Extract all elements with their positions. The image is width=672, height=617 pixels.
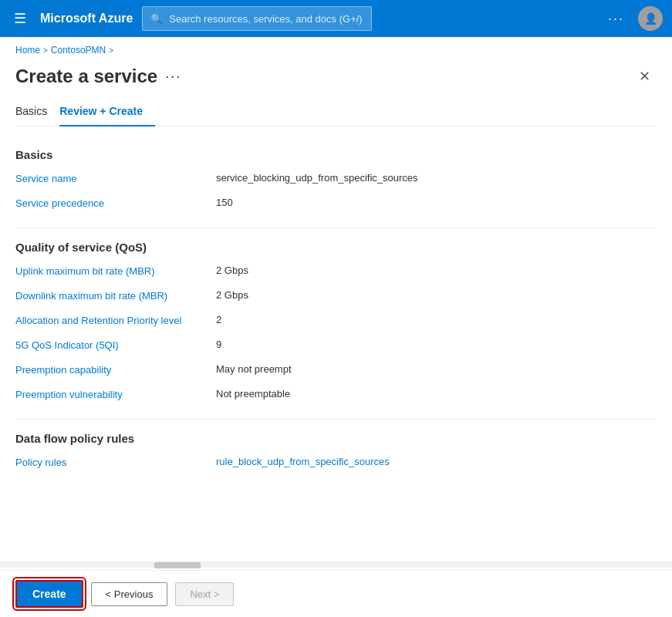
page-container: Create a service ··· ✕ Basics Review + C… [0,59,672,558]
table-row: 5G QoS Indicator (5QI) 9 [15,339,657,357]
page-header: Create a service ··· ✕ [15,59,657,97]
search-box[interactable]: 🔍 Search resources, services, and docs (… [142,6,372,31]
field-label-preemption-capability: Preemption capability [15,363,216,376]
table-row: Preemption capability May not preempt [15,363,657,382]
page-title: Create a service [15,66,157,87]
field-value-5qi: 9 [216,339,657,350]
field-label-service-name: Service name [15,172,216,184]
field-label-5qi: 5G QoS Indicator (5QI) [15,339,216,351]
table-row: Uplink maximum bit rate (MBR) 2 Gbps [15,265,657,283]
field-label-policy-rules: Policy rules [15,456,216,468]
table-row: Preemption vulnerability Not preemptable [15,388,657,406]
breadcrumb-parent[interactable]: ContosoPMN [51,45,106,56]
field-value-service-name: service_blocking_udp_from_specific_sourc… [216,172,657,184]
avatar-icon: 👤 [644,12,657,25]
qos-section-title: Quality of service (QoS) [15,241,657,254]
search-icon: 🔍 [150,13,163,25]
page-more-icon[interactable]: ··· [165,69,181,85]
field-label-preemption-vulnerability: Preemption vulnerability [15,388,216,400]
tabs: Basics Review + Create [15,97,657,126]
breadcrumb-sep1: > [43,46,48,55]
field-value-preemption-vulnerability: Not preemptable [216,388,657,400]
table-row: Service precedence 150 [15,197,657,215]
field-label-service-precedence: Service precedence [15,197,216,209]
app-title: Microsoft Azure [40,12,133,25]
tab-review-create[interactable]: Review + Create [59,97,155,126]
breadcrumb-home[interactable]: Home [15,45,40,56]
close-button[interactable]: ✕ [633,65,657,88]
tab-basics[interactable]: Basics [15,97,59,126]
table-row: Service name service_blocking_udp_from_s… [15,172,657,190]
avatar[interactable]: 👤 [638,6,663,31]
nav-bar: ☰ Microsoft Azure 🔍 Search resources, se… [0,0,672,37]
field-value-downlink-mbr: 2 Gbps [216,289,657,301]
basics-section-title: Basics [15,148,657,161]
table-row: Policy rules rule_block_udp_from_specifi… [15,456,657,474]
breadcrumb: Home > ContosoPMN > [0,37,672,59]
field-label-uplink-mbr: Uplink maximum bit rate (MBR) [15,265,216,277]
search-placeholder: Search resources, services, and docs (G+… [169,13,362,25]
section-divider [15,228,657,228]
field-value-arp: 2 [216,314,657,325]
nav-more-icon[interactable]: ··· [603,6,629,32]
field-label-arp: Allocation and Retention Priority level [15,314,216,326]
table-row: Downlink maximum bit rate (MBR) 2 Gbps [15,289,657,308]
field-value-preemption-capability: May not preempt [216,363,657,375]
field-label-downlink-mbr: Downlink maximum bit rate (MBR) [15,289,216,302]
table-row: Allocation and Retention Priority level … [15,314,657,332]
section-divider-2 [15,419,657,420]
field-value-service-precedence: 150 [216,197,657,208]
field-value-uplink-mbr: 2 Gbps [216,265,657,276]
page-header-left: Create a service ··· [15,66,181,87]
content-area: Basics Service name service_blocking_udp… [15,126,657,558]
field-value-policy-rules: rule_block_udp_from_specific_sources [216,456,657,467]
hamburger-icon[interactable]: ☰ [9,5,31,32]
breadcrumb-sep2: > [109,46,113,55]
data-flow-section-title: Data flow policy rules [15,432,657,445]
